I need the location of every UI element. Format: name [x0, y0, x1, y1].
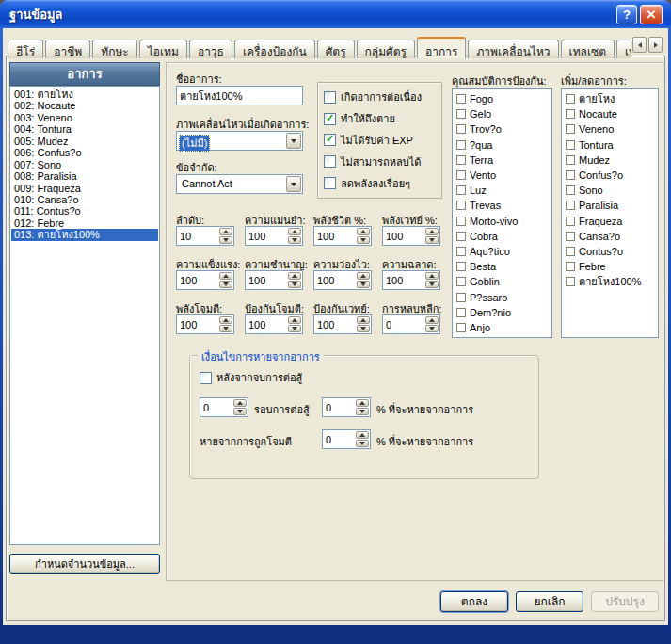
spin-up-icon[interactable]: [288, 228, 301, 235]
element-item[interactable]: Anjo: [455, 320, 550, 335]
element-item[interactable]: Fogo: [455, 91, 550, 106]
element-checkbox-icon[interactable]: [456, 94, 466, 104]
state-list[interactable]: 001: ตายโหง 002: Nocaute 003: Veneno 004…: [9, 86, 160, 545]
ok-button[interactable]: ตกลง: [440, 591, 508, 612]
element-checkbox-icon[interactable]: [456, 140, 466, 150]
spinner-rating[interactable]: 10: [176, 226, 234, 246]
element-item[interactable]: Dem?nio: [455, 305, 550, 320]
state-item[interactable]: Tontura: [564, 137, 656, 153]
spin-up-icon[interactable]: [425, 228, 439, 235]
element-item[interactable]: Terra: [455, 153, 550, 168]
spin-down-icon[interactable]: [219, 236, 232, 244]
spin-down-icon[interactable]: [288, 325, 301, 332]
spin-down-icon[interactable]: [425, 281, 439, 288]
help-button[interactable]: ?: [616, 5, 637, 24]
tab-tileset[interactable]: เทลเซต: [561, 40, 615, 58]
list-item[interactable]: 003: Veneno: [11, 112, 158, 123]
element-item[interactable]: Besta: [455, 259, 550, 274]
titlebar[interactable]: ฐานข้อมูล ? ✕: [0, 0, 671, 28]
element-item[interactable]: Morto-vivo: [455, 214, 550, 229]
state-checkbox-icon[interactable]: [566, 262, 575, 271]
tab-hero[interactable]: ฮีโร่: [8, 40, 43, 58]
state-checkbox-icon[interactable]: [566, 155, 575, 165]
element-item[interactable]: ?qua: [455, 137, 550, 153]
spin-up-icon[interactable]: [219, 272, 232, 280]
checkbox-icon[interactable]: [324, 177, 336, 189]
element-checkbox-icon[interactable]: [456, 247, 466, 256]
spin-up-icon[interactable]: [219, 228, 232, 235]
element-checkbox-icon[interactable]: [456, 185, 466, 195]
tab-class[interactable]: อาชีพ: [45, 40, 90, 58]
state-item[interactable]: Cansa?o: [564, 229, 656, 244]
state-item[interactable]: Confus?o: [564, 168, 656, 183]
spinner-pdef[interactable]: 100: [245, 314, 303, 334]
tab-item[interactable]: ไอเทม: [139, 40, 187, 58]
animation-select[interactable]: (ไม่มี): [176, 131, 303, 151]
spinner-eva[interactable]: 0: [382, 314, 440, 334]
list-item[interactable]: 001: ตายโหง: [11, 89, 158, 100]
spin-up-icon[interactable]: [356, 399, 369, 407]
guard-elements-list[interactable]: Fogo Gelo Trov?o ?qua Terra Vento Luz Tr…: [452, 88, 552, 338]
spin-down-icon[interactable]: [219, 281, 232, 288]
spin-down-icon[interactable]: [425, 325, 439, 332]
list-item[interactable]: 012: Febre: [11, 217, 158, 229]
element-checkbox-icon[interactable]: [456, 217, 466, 226]
state-checkbox-icon[interactable]: [566, 277, 575, 286]
state-item[interactable]: Mudez: [564, 153, 656, 168]
state-checkbox-icon[interactable]: [566, 140, 575, 150]
spin-up-icon[interactable]: [357, 316, 370, 324]
checkbox-icon[interactable]: ✓: [324, 134, 336, 146]
spin-down-icon[interactable]: [288, 236, 301, 244]
spinner-maxsp[interactable]: 100: [382, 226, 440, 246]
spinner-turns-probability[interactable]: 0: [322, 397, 371, 417]
element-item[interactable]: Trevas: [455, 198, 550, 213]
spin-down-icon[interactable]: [357, 236, 370, 244]
spinner-damage-probability[interactable]: 0: [322, 429, 371, 449]
spinner-agi[interactable]: 100: [313, 270, 372, 290]
option-cant-evade[interactable]: ไม่สามารถหลบได้: [324, 153, 436, 170]
tab-skill[interactable]: ทักษะ: [92, 40, 137, 58]
state-item[interactable]: ตายโหง: [564, 91, 656, 106]
state-item[interactable]: Paralisia: [564, 198, 656, 213]
spin-down-icon[interactable]: [425, 236, 439, 244]
spinner-int[interactable]: 100: [382, 270, 440, 290]
state-checkbox-icon[interactable]: [566, 217, 575, 226]
state-item[interactable]: Contus?o: [564, 244, 656, 259]
checkbox-icon[interactable]: [200, 372, 212, 384]
state-checkbox-icon[interactable]: [566, 109, 575, 119]
tab-scroll-left-button[interactable]: [632, 37, 647, 53]
state-checkbox-icon[interactable]: [566, 201, 575, 210]
element-checkbox-icon[interactable]: [456, 170, 466, 180]
list-item[interactable]: 004: Tontura: [11, 123, 158, 135]
state-item[interactable]: Veneno: [564, 121, 656, 137]
option-slip-damage[interactable]: ลดพลังลงเรื่อยๆ: [324, 175, 436, 192]
element-item[interactable]: Luz: [455, 183, 550, 198]
spin-up-icon[interactable]: [425, 316, 439, 324]
element-checkbox-icon[interactable]: [456, 232, 466, 241]
state-item[interactable]: Nocaute: [564, 106, 656, 121]
element-item[interactable]: Aqu?tico: [455, 244, 550, 259]
element-checkbox-icon[interactable]: [456, 155, 466, 165]
spin-down-icon[interactable]: [356, 408, 369, 415]
state-item[interactable]: Fraqueza: [564, 214, 656, 229]
spin-down-icon[interactable]: [357, 325, 370, 332]
option-regarded-as-dead[interactable]: ✓ ทำให้ถึงตาย: [324, 110, 436, 127]
state-item[interactable]: Sono: [564, 183, 656, 198]
element-checkbox-icon[interactable]: [456, 124, 466, 134]
state-checkbox-icon[interactable]: [566, 94, 575, 104]
state-checkbox-icon[interactable]: [566, 232, 575, 241]
tab-common-events[interactable]: เหตุการณ์ทั่วไป: [616, 40, 631, 58]
option-chain-state[interactable]: เกิดอาการต่อเนื่อง: [324, 89, 436, 105]
checkbox-icon[interactable]: [324, 155, 336, 168]
element-checkbox-icon[interactable]: [456, 262, 466, 271]
state-item[interactable]: ตายโหง100%: [564, 274, 656, 289]
element-checkbox-icon[interactable]: [456, 277, 466, 286]
spinner-str[interactable]: 100: [176, 270, 234, 290]
close-button[interactable]: ✕: [640, 5, 663, 24]
spinner-dex[interactable]: 100: [245, 270, 303, 290]
checkbox-icon[interactable]: [324, 91, 336, 104]
list-item[interactable]: 002: Nocaute: [11, 100, 158, 111]
tab-animation[interactable]: ภาพเคลื่อนไหว: [468, 40, 558, 58]
option-no-exp[interactable]: ✓ ไม่ได้รับค่า EXP: [324, 132, 436, 149]
spin-up-icon[interactable]: [357, 228, 370, 235]
